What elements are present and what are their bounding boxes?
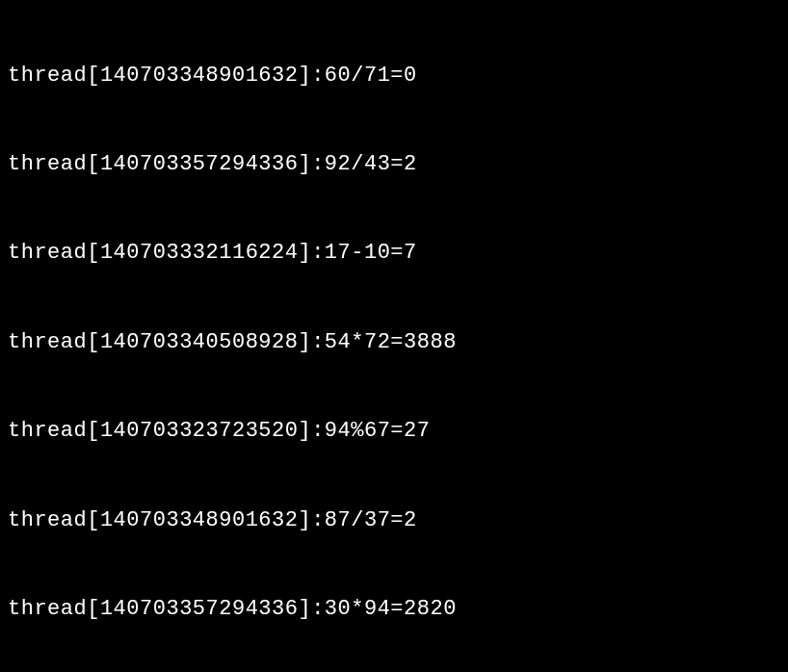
output-line: thread[140703340508928]:54*72=3888 [8, 328, 780, 358]
output-line: thread[140703323723520]:94%67=27 [8, 417, 780, 447]
output-line: thread[140703332116224]:17-10=7 [8, 239, 780, 269]
terminal-output: thread[140703348901632]:60/71=0 thread[1… [8, 2, 780, 672]
output-line: thread[140703357294336]:30*94=2820 [8, 595, 780, 625]
output-line: thread[140703357294336]:92/43=2 [8, 150, 780, 180]
output-line: thread[140703348901632]:60/71=0 [8, 62, 780, 91]
output-line: thread[140703348901632]:87/37=2 [8, 506, 780, 536]
